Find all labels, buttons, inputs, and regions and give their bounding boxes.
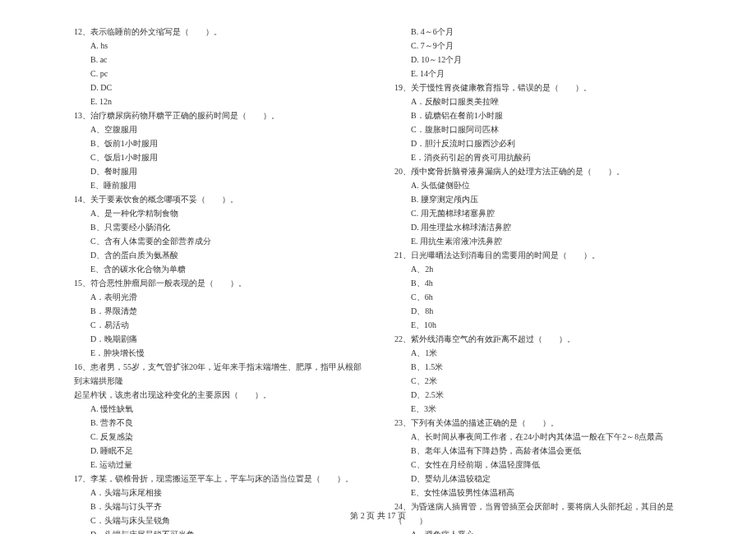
page-content: 12、表示临睡前的外文缩写是（ ）。 A. hs B. ac C. pc D. …	[0, 0, 756, 534]
q14-opt-c: C、含有人体需要的全部营养成分	[74, 234, 362, 248]
q15-opt-e: E．肿块增长慢	[74, 346, 362, 360]
q14-opt-a: A、是一种化学精制食物	[74, 206, 362, 220]
q23-opt-d: D、婴幼儿体温较稳定	[394, 472, 682, 486]
q22-stem: 22、紫外线消毒空气的有效距离不超过（ ）。	[394, 332, 682, 346]
q20-opt-e: E. 用抗生素溶液冲洗鼻腔	[394, 234, 682, 248]
q21-opt-e: E、10h	[394, 318, 682, 332]
q21-stem: 21、日光曝晒法达到消毒目的需要用的时间是（ ）。	[394, 248, 682, 262]
q17-opt-d: D．头端与床尾呈锐不可当角	[74, 527, 362, 534]
q22-opt-d: D、2.5米	[394, 388, 682, 402]
q13-opt-b: B、饭前1小时服用	[74, 136, 362, 150]
q17-stem: 17、李某，锁椎骨折，现需搬运至平车上，平车与床的适当位置是（ ）。	[74, 472, 362, 486]
q12-opt-d: D. DC	[74, 81, 362, 94]
q12-opt-c: C. pc	[74, 67, 362, 81]
left-column: 12、表示临睡前的外文缩写是（ ）。 A. hs B. ac C. pc D. …	[74, 25, 362, 534]
q16-stem: 16、患者男，55岁，支气管扩张20年，近年来手指末端增生、肥厚，指甲从根部到末…	[74, 360, 362, 388]
q15-opt-d: D．晚期剧痛	[74, 332, 362, 346]
q12-opt-a: A. hs	[74, 39, 362, 53]
q18-opt-c: C. 7～9个月	[394, 39, 682, 53]
q20-opt-d: D. 用生理盐水棉球清洁鼻腔	[394, 220, 682, 234]
q19-opt-c: C．腹胀时口服阿司匹林	[394, 122, 682, 136]
q23-opt-a: A、长时间从事夜间工作者，在24小时内其体温一般在下午2～8点最高	[394, 430, 682, 444]
q17-opt-a: A．头端与床尾相接	[74, 486, 362, 499]
q24-opt-a: A、避免病人恶心	[394, 527, 682, 534]
q14-opt-e: E、含的碳水化合物为单糖	[74, 262, 362, 276]
q19-opt-d: D．胆汁反流时口服西沙必利	[394, 136, 682, 150]
q23-opt-e: E、女性体温较男性体温稍高	[394, 486, 682, 499]
q13-opt-e: E、睡前服用	[74, 178, 362, 192]
q12-stem: 12、表示临睡前的外文缩写是（ ）。	[74, 25, 362, 39]
q14-stem: 14、关于要素饮食的概念哪项不妥（ ）。	[74, 192, 362, 206]
q20-opt-b: B. 腰穿测定颅内压	[394, 192, 682, 206]
q19-opt-e: E．消炎药引起的胃炎可用抗酸药	[394, 150, 682, 164]
q18-opt-b: B. 4～6个月	[394, 25, 682, 39]
q20-opt-a: A. 头低健侧卧位	[394, 178, 682, 192]
q22-opt-c: C、2米	[394, 374, 682, 388]
q19-opt-b: B．硫糖铝在餐前1小时服	[394, 108, 682, 122]
q23-stem: 23、下列有关体温的描述正确的是（ ）。	[394, 416, 682, 430]
q21-opt-d: D、8h	[394, 304, 682, 318]
q21-opt-a: A、2h	[394, 262, 682, 276]
q19-stem: 19、关于慢性胃炎健康教育指导，错误的是（ ）。	[394, 81, 682, 94]
q13-opt-c: C、饭后1小时服用	[74, 150, 362, 164]
q12-opt-e: E. 12n	[74, 94, 362, 108]
q16-opt-d: D. 睡眠不足	[74, 444, 362, 458]
q22-opt-b: B、1.5米	[394, 360, 682, 374]
q15-opt-a: A．表明光滑	[74, 290, 362, 304]
q13-opt-d: D、餐时服用	[74, 164, 362, 178]
q21-opt-b: B、4h	[394, 276, 682, 290]
q13-stem: 13、治疗糖尿病药物拜糖平正确的服药时间是（ ）。	[74, 108, 362, 122]
q20-stem: 20、颅中窝骨折脑脊液鼻漏病人的处理方法正确的是（ ）。	[394, 164, 682, 178]
q14-opt-d: D、含的蛋白质为氨基酸	[74, 248, 362, 262]
q21-opt-c: C、6h	[394, 290, 682, 304]
q19-opt-a: A．反酸时口服奥美拉唑	[394, 94, 682, 108]
q22-opt-e: E、3米	[394, 402, 682, 416]
q15-stem: 15、符合恶性肿瘤局部一般表现的是（ ）。	[74, 276, 362, 290]
q12-opt-b: B. ac	[74, 53, 362, 67]
q16-opt-e: E. 运动过量	[74, 458, 362, 472]
q14-opt-b: B、只需要经小肠消化	[74, 220, 362, 234]
q18-opt-e: E. 14个月	[394, 67, 682, 81]
q16-opt-b: B. 营养不良	[74, 416, 362, 430]
q20-opt-c: C. 用无菌棉球堵塞鼻腔	[394, 206, 682, 220]
q15-opt-b: B．界限清楚	[74, 304, 362, 318]
q15-opt-c: C．易活动	[74, 318, 362, 332]
q16-stem-cont: 起呈杵状，该患者出现这种变化的主要原因（ ）。	[74, 388, 362, 402]
q18-opt-d: D. 10～12个月	[394, 53, 682, 67]
q22-opt-a: A、1米	[394, 346, 682, 360]
right-column: B. 4～6个月 C. 7～9个月 D. 10～12个月 E. 14个月 19、…	[394, 25, 682, 534]
page-footer: 第 2 页 共 17 页	[0, 510, 756, 522]
q16-opt-a: A. 慢性缺氧	[74, 402, 362, 416]
q16-opt-c: C. 反复感染	[74, 430, 362, 444]
q23-opt-c: C、女性在月经前期，体温轻度降低	[394, 458, 682, 472]
q23-opt-b: B、老年人体温有下降趋势，高龄者体温会更低	[394, 444, 682, 458]
q13-opt-a: A、空腹服用	[74, 122, 362, 136]
